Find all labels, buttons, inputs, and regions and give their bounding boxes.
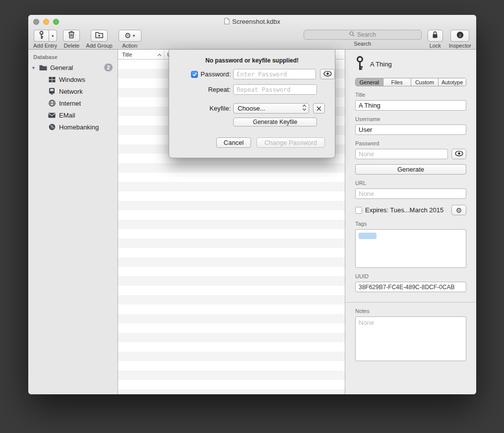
sidebar-item-label: Windows xyxy=(59,76,85,83)
password-checkbox[interactable] xyxy=(191,71,198,78)
column-header-title[interactable]: Title xyxy=(118,50,164,59)
titlebar[interactable]: Screenshot.kdbx xyxy=(28,15,476,28)
title-input[interactable] xyxy=(355,100,466,111)
expires-label: Expires: Tues...March 2015 xyxy=(365,206,448,214)
tab-general[interactable]: General xyxy=(356,78,383,86)
show-password-button[interactable] xyxy=(451,149,466,159)
entry-count-badge: 2 xyxy=(104,63,113,71)
inspector-tabs: General Files Custom Autotype xyxy=(355,78,466,86)
change-password-button[interactable]: Change Password xyxy=(256,137,325,148)
delete-item: Delete xyxy=(63,30,80,49)
popup-stepper-icon xyxy=(302,104,307,113)
windows-icon xyxy=(48,75,56,83)
sidebar-item-internet[interactable]: Internet xyxy=(28,97,118,109)
chevron-down-icon: ▾ xyxy=(132,33,135,38)
notes-field-label: Notes xyxy=(355,308,466,314)
expires-settings-button[interactable]: ⚙ xyxy=(451,205,466,215)
sidebar-item-label: EMail xyxy=(59,112,75,119)
lock-item: Lock xyxy=(428,30,443,49)
keyfile-label-group: Keyfile: xyxy=(179,105,231,112)
sidebar-item-windows[interactable]: Windows xyxy=(28,73,118,85)
search-label: Search xyxy=(354,41,371,47)
uuid-input[interactable] xyxy=(355,282,466,292)
inspector-separator xyxy=(345,302,476,303)
add-group-item: Add Group xyxy=(86,30,112,49)
document-icon xyxy=(224,18,230,26)
keyfile-label: Keyfile: xyxy=(209,105,231,112)
sidebar-item-email[interactable]: EMail xyxy=(28,109,118,121)
window-title: Screenshot.kdbx xyxy=(224,18,280,26)
column-title-label: Title xyxy=(122,52,132,58)
tab-autotype[interactable]: Autotype xyxy=(439,78,466,86)
delete-label: Delete xyxy=(63,43,79,49)
chevron-down-icon: ▾ xyxy=(52,34,54,38)
lock-button[interactable] xyxy=(428,30,443,42)
inspector-label: Inspector xyxy=(449,43,471,49)
key-icon xyxy=(38,31,45,41)
minimize-button[interactable] xyxy=(43,19,49,25)
sidebar-item-network[interactable]: Network xyxy=(28,85,118,97)
inspector-button[interactable]: i xyxy=(450,30,469,42)
password-label-group: Password: xyxy=(179,70,231,78)
sheet-buttons: Cancel Change Password xyxy=(179,137,325,148)
percent-coin-icon: % xyxy=(48,123,56,131)
action-item: ⚙ ▾ Action xyxy=(119,30,141,49)
search-item: Search Search xyxy=(304,30,422,49)
entry-header: A Thing xyxy=(355,57,466,71)
search-placeholder: Search xyxy=(357,31,376,38)
action-button[interactable]: ⚙ ▾ xyxy=(119,30,141,42)
sidebar-item-general[interactable]: ▾ General 2 xyxy=(28,62,118,73)
url-input[interactable] xyxy=(355,188,466,199)
title-field-label: Title xyxy=(355,92,466,98)
uuid-field-label: UUID xyxy=(355,273,466,279)
folder-icon xyxy=(39,63,47,71)
tags-box[interactable] xyxy=(355,229,466,268)
lock-icon xyxy=(432,31,439,41)
sheet-password-input[interactable] xyxy=(233,69,316,79)
inspector-item: i Inspector xyxy=(449,30,471,49)
password-field-label: Password xyxy=(355,140,466,146)
add-entry-label: Add Entry xyxy=(33,43,57,49)
add-entry-button[interactable] xyxy=(34,30,49,42)
sidebar-item-label: Internet xyxy=(59,100,81,107)
toolbar-right-group: Search Search Lock i xyxy=(304,30,471,49)
toolbar: ▾ Add Entry Delete xyxy=(28,28,476,50)
expires-checkbox[interactable] xyxy=(355,207,362,214)
password-input[interactable] xyxy=(355,149,448,159)
tab-custom[interactable]: Custom xyxy=(411,78,439,86)
tab-files[interactable]: Files xyxy=(383,78,411,86)
username-input[interactable] xyxy=(355,124,466,135)
password-label: Password: xyxy=(200,70,231,78)
info-icon: i xyxy=(456,31,464,41)
search-input[interactable]: Search xyxy=(304,30,422,40)
add-group-button[interactable] xyxy=(91,30,108,42)
notes-textarea[interactable] xyxy=(355,316,466,361)
password-row: Password: xyxy=(179,69,325,79)
app-window: Screenshot.kdbx ▾ Ad xyxy=(28,15,476,394)
keyfile-popup-value: Choose... xyxy=(238,105,302,112)
sidebar-item-homebanking[interactable]: % Homebanking xyxy=(28,121,118,133)
keyfile-popup[interactable]: Choose... xyxy=(233,103,309,114)
zoom-button[interactable] xyxy=(53,19,59,25)
sidebar-section-header: Database xyxy=(28,52,118,62)
cancel-button[interactable]: Cancel xyxy=(216,137,251,148)
close-button[interactable] xyxy=(33,19,39,25)
sidebar-item-label: General xyxy=(50,64,73,71)
delete-button[interactable] xyxy=(63,30,80,42)
generate-password-button[interactable]: Generate xyxy=(355,164,466,175)
add-group-label: Add Group xyxy=(86,43,112,49)
tags-field-label: Tags xyxy=(355,221,466,227)
show-password-button[interactable] xyxy=(320,69,335,79)
close-x-icon: × xyxy=(316,104,322,113)
repeat-label-group: Repeat: xyxy=(179,86,231,93)
generate-keyfile-button[interactable]: Generate Keyfile xyxy=(233,118,317,126)
sidebar-item-label: Network xyxy=(59,88,83,95)
repeat-password-input[interactable] xyxy=(233,84,317,95)
clear-keyfile-button[interactable]: × xyxy=(313,103,325,114)
add-entry-dropdown-button[interactable]: ▾ xyxy=(49,30,57,42)
repeat-row: Repeat: xyxy=(179,84,325,95)
tag-chip[interactable] xyxy=(359,233,377,239)
disclosure-triangle-icon[interactable]: ▾ xyxy=(32,65,39,70)
expires-row: Expires: Tues...March 2015 ⚙ xyxy=(355,205,466,215)
sort-ascending-icon xyxy=(157,52,162,58)
